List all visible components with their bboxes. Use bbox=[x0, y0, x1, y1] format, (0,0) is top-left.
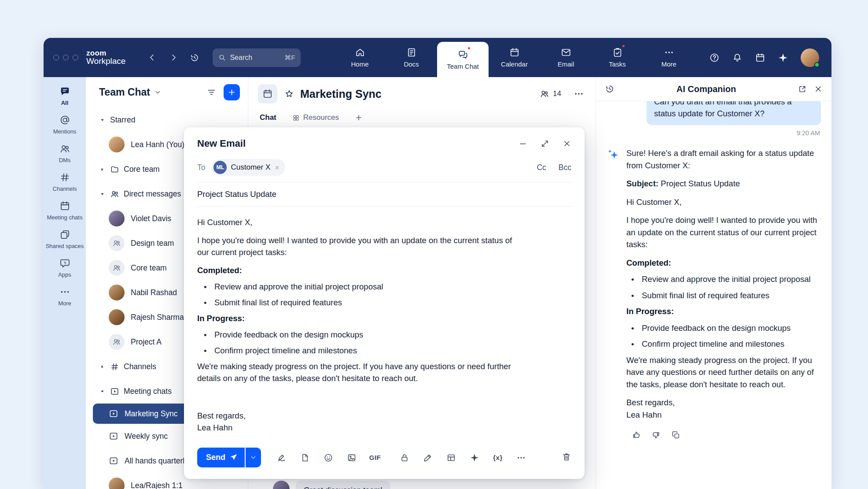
calendar-icon bbox=[59, 200, 70, 211]
window-control-dot[interactable] bbox=[63, 55, 69, 60]
emoji-button[interactable] bbox=[324, 453, 333, 463]
pencil-button[interactable] bbox=[423, 453, 433, 463]
cc-button[interactable]: Cc bbox=[537, 163, 546, 172]
copy-icon[interactable] bbox=[671, 430, 680, 440]
bullet-item: •Provide feedback on the design mockups bbox=[626, 322, 821, 334]
expand-icon[interactable] bbox=[541, 139, 549, 148]
meeting-icon bbox=[109, 456, 118, 466]
rail-item-meeting-chats[interactable]: Meeting chats bbox=[44, 200, 86, 221]
rail-item-apps[interactable]: Apps bbox=[44, 258, 86, 278]
chat-item-label: Core team bbox=[131, 263, 167, 273]
docs-icon bbox=[406, 47, 417, 58]
forward-icon[interactable] bbox=[169, 53, 178, 62]
close-icon[interactable] bbox=[563, 139, 571, 148]
close-icon[interactable] bbox=[814, 85, 823, 93]
rail-item-more[interactable]: More bbox=[44, 286, 86, 307]
window-control-dot[interactable] bbox=[53, 55, 59, 60]
tab-team-chat[interactable]: Team Chat bbox=[437, 42, 489, 77]
trash-icon bbox=[562, 452, 571, 462]
ai-conversation[interactable]: Can you draft an email that provides a s… bbox=[596, 101, 831, 489]
gif-button[interactable]: GIF bbox=[370, 453, 380, 463]
more-options-icon[interactable] bbox=[574, 89, 584, 99]
folder-icon bbox=[110, 165, 119, 174]
chat-filled-icon bbox=[59, 86, 70, 97]
search-placeholder: Search bbox=[230, 54, 252, 62]
chat-item-label: All hands quarterly bbox=[125, 456, 188, 466]
thumbs-up-icon[interactable] bbox=[632, 430, 641, 440]
chat-item-label: Starred bbox=[110, 115, 135, 125]
more-dots-button[interactable] bbox=[516, 453, 526, 463]
tab-calendar[interactable]: Calendar bbox=[489, 38, 540, 77]
star-icon[interactable] bbox=[284, 89, 294, 99]
tab-docs[interactable]: Docs bbox=[386, 38, 437, 77]
sparkle-button[interactable] bbox=[470, 453, 479, 463]
rail-item-label: More bbox=[58, 300, 71, 307]
text-heading: Completed: bbox=[626, 257, 821, 269]
filter-icon[interactable] bbox=[206, 87, 217, 97]
bullet-text: Provide feedback on the design mockups bbox=[642, 322, 791, 334]
ai-companion-icon[interactable] bbox=[778, 52, 788, 63]
send-button[interactable]: Send bbox=[197, 448, 245, 467]
tab-label: Email bbox=[558, 60, 574, 68]
modal-header: New Email bbox=[197, 127, 571, 156]
bcc-button[interactable]: Bcc bbox=[559, 163, 571, 172]
discard-button[interactable] bbox=[562, 452, 571, 463]
user-avatar[interactable] bbox=[801, 48, 819, 67]
table-icon bbox=[446, 453, 456, 463]
variables-button[interactable]: {x} bbox=[493, 453, 503, 463]
tab-resources[interactable]: Resources bbox=[292, 113, 339, 122]
text-line: Best regards, bbox=[197, 410, 523, 422]
search-input[interactable]: Search ⌘F bbox=[213, 48, 301, 67]
tab-chat[interactable]: Chat bbox=[260, 113, 276, 122]
text-line: We're making steady progress on the proj… bbox=[197, 360, 523, 384]
bullet-item: •Review and approve the initial project … bbox=[626, 273, 821, 285]
email-icon bbox=[561, 47, 571, 58]
template-button[interactable] bbox=[300, 453, 310, 463]
image-button[interactable] bbox=[347, 453, 357, 463]
tab-email[interactable]: Email bbox=[540, 38, 592, 77]
rail-item-label: All bbox=[61, 100, 69, 107]
rail-item-channels[interactable]: Channels bbox=[44, 172, 86, 193]
to-field[interactable]: To ML Customer X Cc Bcc bbox=[197, 156, 571, 182]
chat-list-title[interactable]: Team Chat bbox=[99, 86, 162, 98]
rail-item-all[interactable]: All bbox=[44, 86, 86, 107]
send-options-button[interactable] bbox=[246, 448, 261, 467]
more-dots-icon bbox=[516, 453, 526, 463]
rail-item-mentions[interactable]: Mentions bbox=[44, 115, 86, 135]
lock-button[interactable] bbox=[400, 453, 409, 463]
ai-panel-header: AI Companion bbox=[596, 77, 831, 101]
back-icon[interactable] bbox=[147, 53, 157, 62]
tab-more[interactable]: More bbox=[643, 38, 695, 77]
table-button[interactable] bbox=[446, 453, 456, 463]
window-control-dot[interactable] bbox=[73, 55, 78, 60]
caret-right-icon bbox=[99, 363, 106, 370]
new-chat-button[interactable] bbox=[224, 84, 240, 100]
notifications-icon[interactable] bbox=[732, 52, 743, 63]
tab-home[interactable]: Home bbox=[334, 38, 386, 77]
chat-item-label: Direct messages bbox=[124, 189, 181, 199]
rail-item-label: Mentions bbox=[53, 129, 77, 135]
remove-recipient-icon[interactable] bbox=[274, 165, 280, 170]
ai-history-icon[interactable] bbox=[605, 84, 614, 94]
ai-response-row: Sure! Here's a draft email asking for a … bbox=[607, 147, 821, 440]
tab-tasks[interactable]: Tasks bbox=[592, 38, 643, 77]
window-controls[interactable] bbox=[53, 55, 78, 60]
add-tab-button[interactable] bbox=[355, 114, 363, 122]
members-button[interactable]: 14 bbox=[540, 89, 561, 99]
calendar-icon[interactable] bbox=[755, 52, 765, 63]
signature-button[interactable] bbox=[277, 453, 287, 463]
open-in-new-icon[interactable] bbox=[798, 85, 807, 93]
thumbs-down-icon[interactable] bbox=[651, 430, 661, 440]
help-icon[interactable] bbox=[709, 52, 720, 63]
history-icon[interactable] bbox=[190, 53, 199, 63]
recipient-chip[interactable]: ML Customer X bbox=[211, 159, 285, 176]
subject-field[interactable]: Project Status Update bbox=[197, 182, 571, 207]
rail-item-shared-spaces[interactable]: Shared spaces bbox=[44, 229, 86, 250]
minimize-icon[interactable] bbox=[519, 139, 527, 148]
text-line: We're making steady progress on the proj… bbox=[626, 354, 821, 391]
compose-body[interactable]: Hi Customer X,I hope you're doing well! … bbox=[197, 207, 523, 441]
tab-label: Calendar bbox=[501, 60, 528, 68]
user-message-bubble: Can you draft an email that provides a s… bbox=[647, 101, 821, 125]
rail-item-dms[interactable]: DMs bbox=[44, 143, 86, 164]
ai-response: Sure! Here's a draft email asking for a … bbox=[626, 147, 821, 440]
